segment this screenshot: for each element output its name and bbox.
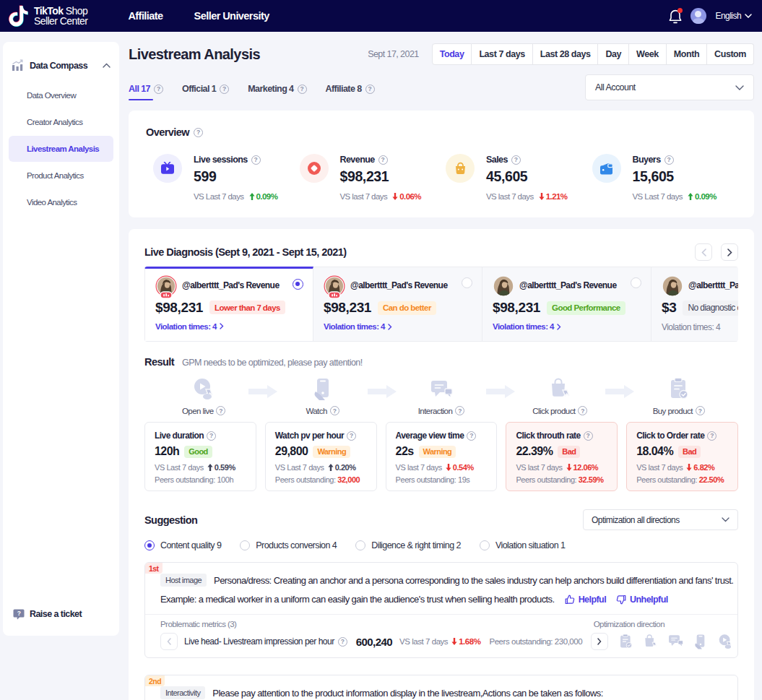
violation-times-link[interactable]: Violation times: 4 [493, 322, 641, 331]
range-button-last-28-days[interactable]: Last 28 days [533, 43, 599, 65]
diagnosis-badge: Can do better [378, 301, 436, 315]
diagnosis-card-top: @albertttt_Pad's Revenue [493, 275, 641, 295]
text-label: Peers outstanding: [516, 475, 576, 484]
text-label: VS Last 7 days [275, 463, 324, 472]
helpful-button[interactable]: Helpful [565, 595, 606, 605]
brand-line1: TikTok Shop [34, 6, 87, 17]
click-product-icon [548, 376, 571, 402]
tab-affiliate[interactable]: Affiliate 8? [326, 76, 375, 102]
range-button-week[interactable]: Week [629, 43, 667, 65]
diagnosis-card-4[interactable]: @albertttt_Pad's Revenue $3 No diagnosti… [651, 267, 738, 342]
question-icon[interactable]: ? [455, 406, 464, 415]
top-navbar: TikTok Shop Seller Center Affiliate Sell… [0, 0, 762, 32]
question-icon[interactable]: ? [467, 431, 476, 441]
sidebar-item-video-analytics[interactable]: Video Analytics [9, 189, 113, 215]
account-tabs: All 17? Official 1? Marketing 4? Affilia… [129, 76, 375, 102]
funnel: Open live? Watch? Interaction? [144, 376, 738, 415]
overview-title: Overview? [146, 126, 738, 138]
suggestion-tag: Host image [160, 574, 207, 587]
filter-diligence-right-timing[interactable]: Diligence & right timing 2 [355, 540, 461, 550]
question-icon[interactable]: ? [584, 431, 593, 441]
diagnosis-card-3[interactable]: @albertttt_Pad's Revenue $98,231 Good Pe… [482, 267, 651, 342]
chevron-down-icon [745, 14, 752, 18]
optimization-direction-label: Optimization direction [594, 620, 664, 628]
optimization-select[interactable]: Optimization all directions [583, 509, 738, 530]
diagnosis-card-top: @albertttt_Pad's Revenue [324, 275, 472, 295]
question-icon[interactable]: ? [578, 406, 587, 415]
question-icon[interactable]: ? [378, 155, 388, 165]
question-icon[interactable]: ? [696, 406, 705, 415]
brand-logo[interactable]: TikTok Shop Seller Center [9, 5, 87, 27]
tab-all[interactable]: All 17? [129, 76, 163, 102]
range-button-custom[interactable]: Custom [707, 43, 754, 65]
rank-badge: 1st [145, 563, 163, 574]
filter-violation-situation[interactable]: Violation situation 1 [480, 540, 565, 550]
tab-official[interactable]: Official 1? [182, 76, 229, 102]
question-icon[interactable]: ? [664, 155, 674, 165]
question-icon[interactable]: ? [707, 431, 716, 441]
question-icon[interactable]: ? [511, 155, 521, 165]
metric-title: Watch pv per hour? [275, 431, 368, 441]
thumbs-down-icon [616, 595, 626, 605]
range-button-month[interactable]: Month [667, 43, 707, 65]
unhelpful-button[interactable]: Unhelpful [616, 595, 668, 605]
sidebar-item-livestream-analysis[interactable]: Livestream Analysis [9, 136, 113, 162]
sidebar-section-data-compass[interactable]: Data Compass [3, 42, 119, 72]
arrow-up-icon [328, 464, 334, 471]
suggestion-example: Example: a medical worker in a uniform c… [160, 594, 555, 605]
diagnosis-radio[interactable] [462, 277, 472, 288]
filter-products-conversion[interactable]: Products conversion 4 [240, 540, 337, 550]
language-selector[interactable]: English [716, 11, 752, 21]
text-label: Optimization all directions [592, 515, 680, 525]
question-icon[interactable]: ? [338, 637, 347, 647]
current-date: Sept 17, 2021 [368, 49, 419, 59]
text-label: Peers outstanding: [275, 475, 336, 484]
carousel-prev-button[interactable] [695, 243, 712, 261]
metric-vs: VS Last 7 days 0.09% [633, 192, 716, 201]
metric-prev-button[interactable] [160, 633, 178, 650]
nav-link-seller-university[interactable]: Seller University [194, 10, 269, 22]
text-label: Violation situation 1 [495, 540, 565, 550]
metric-card-watch-pv: Watch pv per hour? 29,800Warning VS Last… [265, 422, 377, 491]
question-icon[interactable]: ? [194, 128, 203, 137]
carousel-next-button[interactable] [721, 243, 738, 261]
funnel-step-interaction: Interaction? [382, 376, 501, 415]
avatar-body [693, 18, 704, 24]
question-icon[interactable]: ? [251, 155, 261, 165]
diagnosis-radio-selected[interactable] [293, 279, 303, 290]
range-button-day[interactable]: Day [598, 43, 629, 65]
diagnosis-card-1[interactable]: @albertttt_Pad's Revenue $98,231 Lower t… [144, 267, 313, 342]
nav-link-affiliate[interactable]: Affiliate [128, 10, 163, 22]
problem-metric-vs: VS last 7 days1.68% [399, 637, 480, 646]
metric-next-button[interactable] [591, 633, 608, 650]
question-icon: ? [298, 85, 307, 94]
violation-times-link[interactable]: Violation times: 4 [324, 322, 472, 331]
question-icon[interactable]: ? [207, 431, 216, 441]
question-icon[interactable]: ? [347, 431, 356, 441]
range-button-today[interactable]: Today [432, 43, 472, 65]
funnel-label: Click product? [532, 406, 587, 415]
question-icon[interactable]: ? [330, 406, 339, 415]
violation-times-link[interactable]: Violation times: 4 [155, 322, 303, 331]
filter-content-quality[interactable]: Content quality 9 [144, 540, 221, 550]
account-select[interactable]: All Account [585, 74, 754, 100]
tab-marketing[interactable]: Marketing 4? [248, 76, 306, 102]
user-avatar[interactable] [690, 8, 706, 24]
text-label: Revenue [340, 155, 375, 165]
sidebar-item-data-overview[interactable]: Data Overview [9, 82, 113, 108]
filter-row: All 17? Official 1? Marketing 4? Affilia… [129, 74, 754, 100]
metric-value: 18.04% [636, 445, 673, 458]
notifications-button[interactable] [668, 9, 681, 23]
question-icon[interactable]: ? [216, 406, 225, 415]
funnel-step-open-live: Open live? [144, 376, 263, 415]
range-button-last-7-days[interactable]: Last 7 days [472, 43, 532, 65]
diagnosis-radio[interactable] [631, 277, 641, 288]
funnel-arrow-icon [485, 384, 516, 399]
sidebar-item-product-analytics[interactable]: Product Analytics [9, 163, 113, 189]
diagnosis-card-2[interactable]: @albertttt_Pad's Revenue $98,231 Can do … [313, 267, 482, 342]
text-label: 12.06% [573, 463, 599, 472]
sidebar-item-creator-analytics[interactable]: Creator Analytics [9, 109, 113, 135]
chevron-left-icon [167, 638, 171, 645]
raise-ticket-button[interactable]: ? Raise a ticket [3, 608, 119, 620]
diagnosis-card-top: @albertttt_Pad's Revenue [662, 275, 738, 295]
